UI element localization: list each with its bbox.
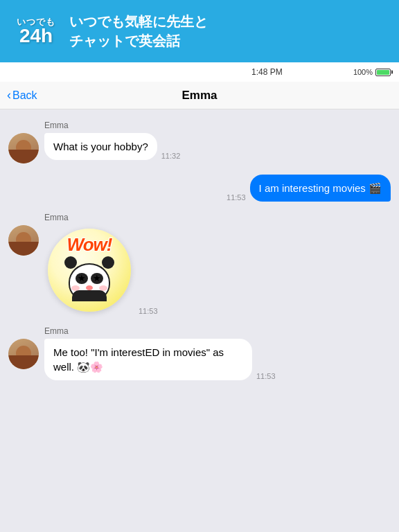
panda-suit bbox=[72, 290, 107, 301]
message-text: What is your hobby? bbox=[53, 141, 148, 152]
battery-icon bbox=[375, 69, 391, 76]
message-bubble: Me too! "I'm interestED in movies" as we… bbox=[44, 339, 252, 380]
nav-title: Emma bbox=[181, 89, 217, 103]
message-row: Emma What is your hobby? 11:32 bbox=[8, 121, 391, 163]
avatar-face bbox=[8, 225, 39, 256]
panda-eye-right: ★ bbox=[91, 273, 103, 284]
bubble-wrap: What is your hobby? 11:32 bbox=[44, 133, 180, 160]
outgoing-row: 11:53 I am interesting movies 🎬 bbox=[227, 175, 391, 202]
app-logo: いつでも 24h bbox=[11, 6, 61, 56]
star-icon: ★ bbox=[93, 274, 101, 283]
message-bubble: I am interesting movies 🎬 bbox=[250, 175, 391, 202]
avatar bbox=[8, 133, 39, 163]
message-row: Emma Wow! ★ bbox=[8, 213, 391, 315]
message-time: 11:53 bbox=[139, 307, 158, 315]
battery-fill bbox=[377, 70, 389, 75]
message-time: 11:32 bbox=[161, 152, 181, 160]
battery-pct-label: 100% bbox=[353, 68, 373, 76]
message-row: Emma Me too! "I'm interestED in movies" … bbox=[8, 326, 391, 380]
wow-text: Wow! bbox=[67, 234, 112, 256]
panda-eye-left: ★ bbox=[76, 273, 88, 284]
panda-ear-right bbox=[102, 256, 114, 269]
sender-name: Emma bbox=[44, 213, 69, 222]
sticker-circle: Wow! ★ ★ bbox=[48, 229, 131, 312]
panda-ear-left bbox=[64, 256, 77, 269]
sticker: Wow! ★ ★ bbox=[44, 225, 134, 315]
avatar-face bbox=[8, 339, 39, 369]
panda-body: ★ ★ bbox=[62, 258, 117, 306]
back-label: Back bbox=[12, 89, 37, 102]
message-text: Me too! "I'm interestED in movies" as we… bbox=[53, 346, 224, 373]
star-icon: ★ bbox=[78, 274, 86, 283]
msg-with-avatar: Wow! ★ ★ bbox=[8, 225, 158, 315]
back-button[interactable]: ‹ Back bbox=[7, 88, 37, 103]
banner-tagline: いつでも気軽に先生と チャットで英会話 bbox=[69, 12, 208, 51]
chevron-left-icon: ‹ bbox=[7, 88, 11, 103]
tagline-line1: いつでも気軽に先生と bbox=[69, 12, 208, 31]
message-text: I am interesting movies 🎬 bbox=[259, 182, 382, 194]
status-time: 1:48 PM bbox=[181, 67, 353, 77]
message-time: 11:53 bbox=[256, 372, 276, 380]
logo-24h: 24h bbox=[19, 26, 53, 46]
status-right: 100% bbox=[353, 68, 391, 76]
top-banner: いつでも 24h いつでも気軽に先生と チャットで英会話 bbox=[0, 0, 399, 62]
avatar bbox=[8, 225, 39, 256]
nav-bar: ‹ Back Emma bbox=[0, 82, 399, 109]
message-row: 11:53 I am interesting movies 🎬 bbox=[8, 175, 391, 202]
tagline-line2: チャットで英会話 bbox=[69, 31, 208, 51]
sender-name: Emma bbox=[44, 326, 69, 336]
msg-with-avatar: Me too! "I'm interestED in movies" as we… bbox=[8, 339, 276, 380]
bubble-wrap: Me too! "I'm interestED in movies" as we… bbox=[44, 339, 276, 380]
avatar bbox=[8, 339, 39, 369]
avatar-face bbox=[8, 133, 39, 163]
sender-name: Emma bbox=[44, 121, 69, 130]
status-bar: 1:48 PM 100% bbox=[0, 62, 399, 82]
message-time: 11:53 bbox=[227, 193, 246, 202]
panda-nose bbox=[86, 285, 93, 290]
msg-with-avatar: What is your hobby? 11:32 bbox=[8, 133, 180, 163]
panda-face: ★ ★ bbox=[69, 263, 110, 301]
message-bubble: What is your hobby? bbox=[44, 133, 157, 160]
bubble-wrap: Wow! ★ ★ bbox=[44, 225, 158, 315]
chat-area: Emma What is your hobby? 11:32 11:53 I a… bbox=[0, 109, 399, 532]
